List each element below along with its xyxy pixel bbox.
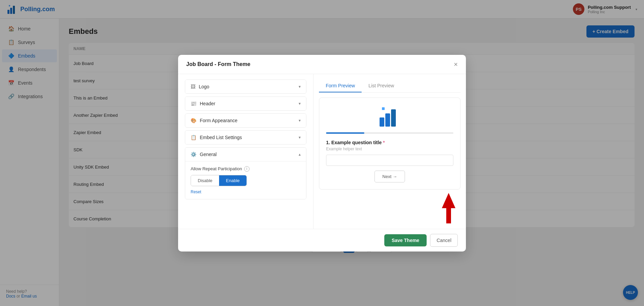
svg-rect-6	[391, 109, 396, 127]
logo-accordion-icon: 🖼	[191, 84, 195, 89]
toggle-group: Disable Enable	[191, 175, 247, 186]
info-icon[interactable]: i	[244, 166, 250, 172]
svg-rect-5	[385, 113, 390, 127]
accordion-embed-list-left: 📋 Embed List Settings	[191, 135, 242, 140]
cancel-button[interactable]: Cancel	[430, 234, 458, 247]
embed-list-chevron-icon: ▾	[299, 135, 301, 140]
accordion-general-label: General	[200, 152, 217, 157]
modal-body: 🖼 Logo ▾ 📰 Header	[178, 74, 466, 229]
accordion-general-content: Allow Repeat Participation i Disable Ena…	[185, 161, 306, 199]
preview-tabs: Form Preview List Preview	[319, 80, 460, 93]
modal-close-button[interactable]: ×	[454, 61, 458, 68]
progress-bar-fill	[326, 132, 364, 134]
preview-question-title: 1. Example question title *	[326, 140, 385, 145]
form-appearance-icon: 🎨	[191, 118, 196, 123]
red-arrow-wrapper	[319, 193, 460, 223]
accordion-header-label: Header	[200, 101, 215, 106]
svg-marker-8	[442, 193, 455, 223]
modal-title: Job Board - Form Theme	[186, 61, 250, 67]
question-number: 1.	[326, 140, 330, 145]
header-chevron-icon: ▾	[299, 101, 301, 106]
accordion-logo: 🖼 Logo ▾	[185, 80, 306, 94]
accordion-embed-list-header[interactable]: 📋 Embed List Settings ▾	[185, 131, 306, 144]
accordion-form-appearance-label: Form Appearance	[200, 118, 237, 123]
modal-header: Job Board - Form Theme ×	[178, 55, 466, 74]
accordion-header-header[interactable]: 📰 Header ▾	[185, 97, 306, 110]
preview-logo-icon	[378, 105, 402, 128]
next-label: Next →	[382, 174, 397, 179]
repeat-label-text: Allow Repeat Participation	[191, 166, 242, 171]
disable-button[interactable]: Disable	[191, 175, 219, 186]
accordion-header: 📰 Header ▾	[185, 96, 306, 111]
form-theme-modal: Job Board - Form Theme × 🖼 Logo ▾	[178, 55, 466, 252]
reset-link[interactable]: Reset	[191, 190, 201, 194]
accordion-general-header[interactable]: ⚙️ General ▴	[185, 148, 306, 161]
logo-chevron-icon: ▾	[299, 84, 301, 89]
accordion-form-appearance: 🎨 Form Appearance ▾	[185, 113, 306, 128]
preview-next-button[interactable]: Next →	[374, 171, 405, 182]
accordion-form-appearance-left: 🎨 Form Appearance	[191, 118, 237, 123]
svg-rect-4	[380, 117, 384, 127]
modal-overlay[interactable]: Job Board - Form Theme × 🖼 Logo ▾	[0, 0, 644, 306]
general-icon: ⚙️	[191, 152, 196, 157]
embed-list-icon: 📋	[191, 135, 196, 140]
modal-right-panel: Form Preview List Preview	[314, 74, 466, 229]
form-preview-area: 1. Example question title * Example help…	[319, 97, 460, 190]
preview-input[interactable]	[326, 155, 453, 166]
modal-left-panel: 🖼 Logo ▾ 📰 Header	[178, 74, 314, 229]
accordion-general: ⚙️ General ▴ Allow Repeat Participation …	[185, 147, 306, 199]
repeat-participation-label: Allow Repeat Participation i	[191, 166, 301, 172]
modal-footer: Save Theme Cancel	[178, 229, 466, 252]
svg-rect-7	[382, 107, 385, 110]
accordion-embed-list: 📋 Embed List Settings ▾	[185, 130, 306, 145]
accordion-general-left: ⚙️ General	[191, 152, 217, 157]
accordion-logo-left: 🖼 Logo	[191, 84, 209, 89]
save-theme-button[interactable]: Save Theme	[384, 234, 427, 246]
required-star: *	[383, 140, 385, 145]
preview-helper-text: Example helper text	[326, 147, 362, 151]
question-title-text: Example question title	[331, 140, 382, 145]
accordion-logo-header[interactable]: 🖼 Logo ▾	[185, 80, 306, 93]
enable-button[interactable]: Enable	[219, 175, 246, 186]
accordion-header-left: 📰 Header	[191, 101, 215, 106]
app-container: Polling.com PS Polling.com Support Polli…	[0, 0, 644, 306]
form-preview-tab[interactable]: Form Preview	[319, 80, 362, 92]
accordion-logo-label: Logo	[199, 84, 209, 89]
form-appearance-chevron-icon: ▾	[299, 118, 301, 123]
progress-bar-container	[326, 132, 453, 134]
accordion-form-appearance-header[interactable]: 🎨 Form Appearance ▾	[185, 114, 306, 127]
red-arrow-icon	[437, 193, 460, 223]
list-preview-tab[interactable]: List Preview	[362, 80, 401, 92]
general-chevron-icon: ▴	[299, 152, 301, 157]
header-accordion-icon: 📰	[191, 101, 196, 106]
accordion-embed-list-label: Embed List Settings	[200, 135, 242, 140]
